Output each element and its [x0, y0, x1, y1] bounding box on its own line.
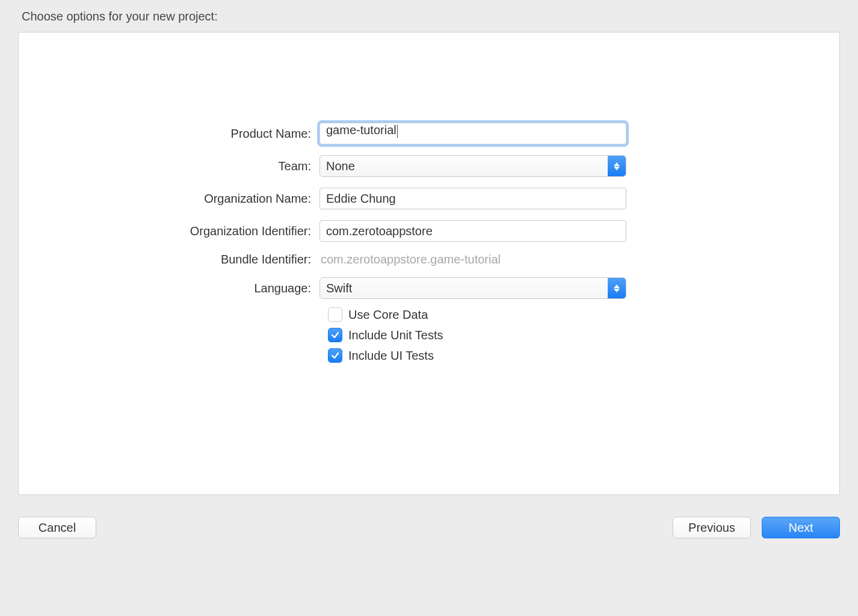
include-ui-tests-checkbox[interactable] — [328, 348, 342, 363]
product-name-value: game-tutorial — [326, 123, 397, 137]
row-bundle-id: Bundle Identifier: com.zerotoappstore.ga… — [169, 253, 626, 266]
team-label: Team: — [169, 159, 319, 173]
language-label: Language: — [169, 282, 319, 295]
use-core-data-checkbox[interactable] — [328, 307, 342, 322]
org-id-label: Organization Identifier: — [169, 224, 319, 238]
team-select[interactable]: None — [319, 155, 626, 177]
include-unit-tests-label: Include Unit Tests — [348, 328, 443, 342]
dialog-title: Choose options for your new project: — [22, 10, 840, 23]
stepper-icon — [608, 156, 626, 176]
text-cursor-icon — [397, 125, 398, 138]
dialog-footer: Cancel Previous Next — [18, 517, 840, 538]
next-button[interactable]: Next — [762, 517, 840, 538]
stepper-icon — [608, 278, 626, 298]
team-value: None — [320, 159, 355, 173]
row-product-name: Product Name: game-tutorial — [169, 123, 626, 144]
bundle-id-label: Bundle Identifier: — [169, 253, 319, 266]
checkbox-group: Use Core Data Include Unit Tests Include… — [328, 307, 626, 363]
include-unit-tests-checkbox[interactable] — [328, 328, 342, 342]
row-org-name: Organization Name: — [169, 188, 626, 209]
product-name-label: Product Name: — [169, 127, 319, 141]
row-language: Language: Swift — [169, 277, 626, 299]
previous-button[interactable]: Previous — [673, 517, 751, 538]
include-ui-tests-label: Include UI Tests — [348, 349, 434, 363]
language-value: Swift — [320, 282, 352, 295]
row-use-core-data: Use Core Data — [328, 307, 626, 322]
options-panel: Product Name: game-tutorial Team: None — [18, 32, 840, 495]
bundle-id-value: com.zerotoappstore.game-tutorial — [319, 253, 626, 266]
row-include-ui-tests: Include UI Tests — [328, 348, 626, 363]
product-name-input[interactable]: game-tutorial — [319, 123, 626, 144]
use-core-data-label: Use Core Data — [348, 308, 428, 322]
row-org-id: Organization Identifier: — [169, 220, 626, 242]
options-form: Product Name: game-tutorial Team: None — [169, 123, 626, 363]
org-name-label: Organization Name: — [169, 192, 319, 206]
row-include-unit-tests: Include Unit Tests — [328, 328, 626, 342]
row-team: Team: None — [169, 155, 626, 177]
dialog-window: Choose options for your new project: Pro… — [0, 0, 858, 556]
org-id-input[interactable] — [319, 220, 626, 242]
language-select[interactable]: Swift — [319, 277, 626, 299]
org-name-input[interactable] — [319, 188, 626, 209]
cancel-button[interactable]: Cancel — [18, 517, 96, 538]
